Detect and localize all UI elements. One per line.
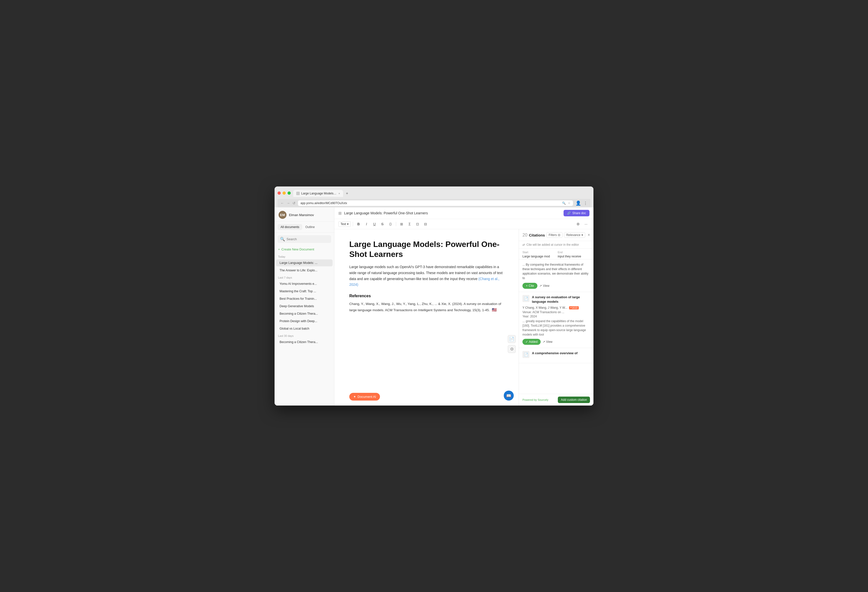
tab-title: Large Language Models: Pow... bbox=[301, 192, 337, 195]
citation-card-2-header: 📄 A comprehensive overview of bbox=[523, 351, 590, 358]
user-name: Elman Mansimov bbox=[289, 213, 314, 217]
bold-button[interactable]: B bbox=[355, 221, 362, 228]
image-button[interactable]: ⊡ bbox=[414, 221, 421, 228]
citations-footer: Powered by Sourcely Add custom citation bbox=[519, 394, 593, 405]
editor-fab-area: 📄 ⊙ bbox=[508, 335, 516, 353]
search-icon: 🔍 bbox=[280, 237, 285, 242]
minimize-button[interactable] bbox=[282, 191, 286, 195]
view-button-2[interactable]: ↗ View bbox=[543, 340, 553, 343]
editor-toolbar: Text ▾ B I U S ⟨⟩ ⊞ Σ ⊡ ⊟ ⚙ ··· bbox=[334, 219, 593, 229]
share-button[interactable]: 🔗 Share doc bbox=[564, 210, 589, 216]
sourcely-link[interactable]: Sourcely bbox=[537, 398, 548, 401]
references-heading: References bbox=[349, 294, 504, 298]
reference-item: Chang, Y., Wang, X., Wang, J., Wu, Y., Y… bbox=[349, 301, 504, 313]
maximize-button[interactable] bbox=[288, 191, 291, 195]
add-custom-citation-button[interactable]: Add custom citation bbox=[558, 396, 590, 403]
sidebar-item-yomu[interactable]: Yomu AI Improvements e... bbox=[276, 280, 333, 287]
sidebar-item-best-practices[interactable]: Best Practices for Trainin... bbox=[276, 295, 333, 302]
added-button[interactable]: ✓ Added bbox=[523, 339, 540, 345]
search-input[interactable] bbox=[286, 237, 329, 241]
filter-icon: ⊟ bbox=[558, 233, 560, 237]
browser-tab-active[interactable]: Large Language Models: Pow... × bbox=[293, 190, 343, 197]
doc-title-bar: Large Language Models: Powerful One-Shot… bbox=[344, 211, 561, 215]
sidebar-item-llm[interactable]: Large Language Models: ... bbox=[276, 259, 333, 267]
text-format-selector[interactable]: Text ▾ bbox=[338, 221, 351, 227]
close-button[interactable] bbox=[278, 191, 281, 195]
document-ai-button[interactable]: ✦ Document AI bbox=[349, 393, 380, 401]
sidebar-item-citizen[interactable]: Becoming a Citizen Thera... bbox=[276, 310, 333, 317]
avatar: EM bbox=[279, 211, 286, 219]
view-button-1[interactable]: ↗ View bbox=[539, 284, 549, 287]
underline-button[interactable]: U bbox=[371, 221, 378, 228]
sidebar: EM Elman Mansimov All documents Outline … bbox=[275, 208, 334, 405]
document-body: Large language models such as OpenAI's G… bbox=[349, 264, 504, 288]
plus-icon: + bbox=[278, 247, 280, 251]
citations-panel: 20 Citations Filters ⊟ Relevance ▾ × bbox=[519, 229, 593, 405]
bookmark-icon[interactable]: ☆ bbox=[568, 202, 571, 205]
flag-icon: 🇺🇸 bbox=[492, 308, 497, 312]
strikethrough-button[interactable]: S bbox=[379, 221, 386, 228]
cite-button[interactable]: + Cite bbox=[523, 283, 537, 289]
ai-icon: ✦ bbox=[353, 395, 356, 399]
formula-button[interactable]: Σ bbox=[406, 221, 413, 228]
filters-button[interactable]: Filters ⊟ bbox=[546, 232, 562, 238]
sidebar-item-citizen2[interactable]: Becoming a Citizen Thera... bbox=[276, 339, 333, 346]
document-heading[interactable]: Large Language Models: Powerful One-Shot… bbox=[349, 239, 504, 259]
citation-start: Start Large language mod bbox=[523, 251, 555, 258]
citation-card-1-title: A survey on evaluation of large language… bbox=[532, 295, 590, 304]
create-new-document[interactable]: + Create New Document bbox=[275, 246, 334, 253]
doc-action-fab-2[interactable]: ⊙ bbox=[508, 345, 516, 353]
tab-favicon bbox=[296, 192, 300, 195]
doc-action-fab-1[interactable]: 📄 bbox=[508, 335, 516, 343]
sidebar-item-protein[interactable]: Protein Design with Deep... bbox=[276, 318, 333, 325]
citations-close-button[interactable]: × bbox=[588, 233, 590, 237]
sidebar-item-global[interactable]: Global vs Local batch bbox=[276, 325, 333, 332]
chevron-down-icon: ▾ bbox=[582, 233, 583, 237]
sidebar-tabs: All documents Outline bbox=[275, 222, 334, 233]
new-tab-button[interactable]: + bbox=[344, 190, 350, 196]
section-last7: Last 7 days bbox=[275, 274, 334, 280]
citation-icon-1: 📄 bbox=[523, 295, 529, 302]
tab-close-icon[interactable]: × bbox=[339, 192, 340, 195]
citation-preview-actions: + Cite ↗ View bbox=[523, 283, 590, 289]
cursor-info: ⇄ Cite will be added at cursor in the ed… bbox=[519, 241, 593, 249]
citation-card-2-title: A comprehensive overview of bbox=[532, 351, 577, 355]
powered-by: Powered by Sourcely bbox=[523, 398, 548, 401]
book-button[interactable]: 📖 bbox=[504, 390, 514, 401]
citation-card-1-actions: ✓ Added ↗ View bbox=[523, 339, 590, 345]
citation-card-1: 📄 A survey on evaluation of large langua… bbox=[519, 292, 593, 348]
tab-outline[interactable]: Outline bbox=[302, 224, 317, 230]
section-today: Today bbox=[275, 253, 334, 259]
sidebar-item-answer[interactable]: The Answer to Life: Explo... bbox=[276, 267, 333, 274]
main-area: ⊞ Large Language Models: Powerful One-Sh… bbox=[334, 208, 593, 405]
address-bar[interactable]: app.yomu.ai/editor/MCd90TOuXvtx 🔍 ☆ bbox=[298, 200, 573, 206]
citation-range: Start Large language mod End input they … bbox=[519, 249, 593, 259]
back-button[interactable]: ← bbox=[280, 201, 284, 205]
link-button[interactable]: ⟨⟩ bbox=[387, 221, 394, 228]
profile-icon[interactable]: 👤 bbox=[576, 200, 581, 206]
relevance-button[interactable]: Relevance ▾ bbox=[564, 232, 585, 238]
plus-icon: + bbox=[526, 284, 528, 287]
citation-excerpt-1: ... greatly expand the capabilities of t… bbox=[523, 319, 590, 337]
tab-all-documents[interactable]: All documents bbox=[278, 224, 302, 230]
citations-title: Citations bbox=[529, 233, 545, 237]
search-box[interactable]: 🔍 bbox=[278, 235, 331, 243]
copy-format-button[interactable]: ⊟ bbox=[422, 221, 429, 228]
more-button[interactable]: ··· bbox=[583, 221, 589, 228]
settings-button[interactable]: ⚙ bbox=[574, 221, 582, 228]
reload-button[interactable]: ↺ bbox=[292, 201, 295, 205]
sidebar-header: EM Elman Mansimov bbox=[275, 208, 334, 222]
toolbar-separator-2 bbox=[396, 222, 396, 226]
panel-icon[interactable]: ⊞ bbox=[338, 211, 342, 216]
forward-button[interactable]: → bbox=[286, 201, 290, 205]
menu-icon[interactable]: ⋮ bbox=[583, 201, 588, 206]
table-button[interactable]: ⊞ bbox=[398, 221, 405, 228]
external-link-icon: ↗ bbox=[543, 340, 545, 343]
italic-button[interactable]: I bbox=[363, 221, 370, 228]
citation-end: End input they receive bbox=[558, 251, 590, 258]
citation-icon-2: 📄 bbox=[523, 351, 529, 358]
address-text: app.yomu.ai/editor/MCd90TOuXvtx bbox=[300, 202, 347, 205]
sidebar-item-mastering[interactable]: Mastering the Craft: Top ... bbox=[276, 288, 333, 295]
sidebar-item-deep-gen[interactable]: Deep Generative Models bbox=[276, 303, 333, 310]
citations-list: ... By comparing the theoretical framewo… bbox=[519, 259, 593, 394]
